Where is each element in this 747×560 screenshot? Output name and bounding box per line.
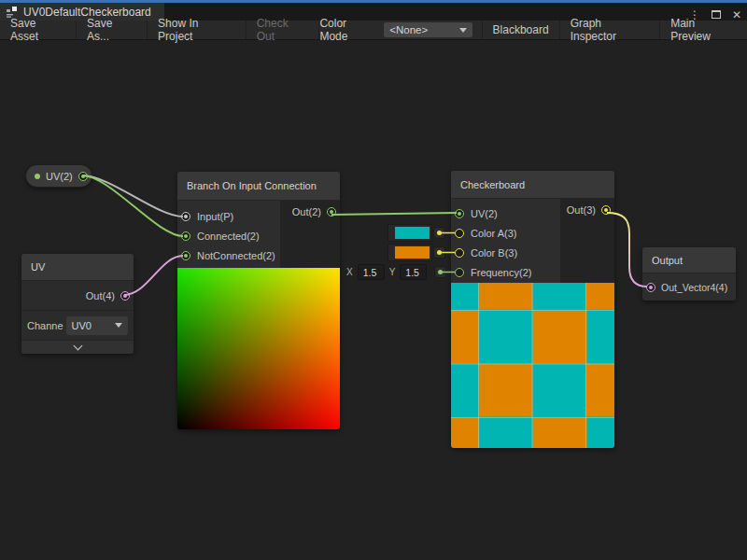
frequency-y-input[interactable]: 1.5 [400, 264, 427, 280]
output-vector4-port[interactable] [646, 283, 655, 292]
branch-input-column: Input(P) Connected(2) NotConnected(2) [177, 201, 280, 268]
checkerboard-frequency-port[interactable] [455, 268, 464, 277]
branch-notconnected-row: NotConnected(2) [177, 245, 280, 265]
uv-node-header[interactable]: UV [21, 254, 134, 281]
color-a-connector [433, 227, 445, 239]
uv-channel-dropdown[interactable]: UV0 [66, 316, 128, 335]
edge-uvpill-to-input[interactable] [82, 175, 183, 217]
checkerboard-node-header[interactable]: Checkerboard [451, 171, 614, 199]
output-input-row: Out_Vector4(4) [642, 273, 736, 301]
main-preview-toggle[interactable]: Main Preview [659, 21, 747, 39]
checkerboard-frequency-row: Frequency(2) [451, 262, 560, 282]
color-b-field[interactable] [388, 244, 432, 261]
branch-node-preview [177, 268, 340, 429]
graph-toolbar: Save Asset Save As... Show In Project Ch… [0, 21, 747, 40]
output-vector4-label: Out_Vector4(4) [661, 282, 727, 293]
color-mode-value: <None> [389, 24, 428, 35]
uv-channel-value: UV0 [72, 320, 92, 331]
uv-collapse-button[interactable] [21, 340, 134, 354]
checkerboard-out-label: Out(3) [567, 204, 596, 216]
uv-pill-input-dot [35, 174, 40, 179]
branch-out-port[interactable] [327, 207, 336, 217]
color-mode-dropdown[interactable]: <None> [384, 22, 472, 37]
uv-out-port[interactable] [120, 291, 130, 301]
checkerboard-input-column: UV(2) Color A(3) Color B(3) Frequency(2) [451, 199, 560, 283]
uv-out-label: Out(4) [86, 290, 115, 301]
checkerboard-uv-port[interactable] [455, 209, 464, 218]
color-mode-label: Color Mode [319, 17, 376, 43]
checkerboard-colorb-row: Color B(3) [451, 243, 560, 262]
show-in-project-button[interactable]: Show In Project [148, 21, 247, 39]
output-node[interactable]: Output Out_Vector4(4) [642, 247, 736, 301]
branch-connected-port[interactable] [181, 231, 190, 241]
branch-node-title: Branch On Input Connection [187, 180, 317, 191]
frequency-connector [434, 266, 446, 278]
color-mode-control: Color Mode <None> [319, 17, 481, 43]
branch-out-label: Out(2) [292, 206, 321, 217]
uv-node[interactable]: UV Out(4) Channe UV0 [21, 254, 134, 354]
save-as-button[interactable]: Save As... [77, 21, 148, 39]
branch-input-port[interactable] [181, 212, 190, 221]
checkerboard-node-title: Checkerboard [460, 179, 525, 190]
checkerboard-output-column: Out(3) [560, 199, 614, 283]
uv-channel-label: Channe [27, 320, 63, 331]
check-out-button: Check Out [247, 21, 320, 39]
checkerboard-frequency-label: Frequency(2) [471, 267, 531, 278]
chevron-down-icon [459, 28, 467, 33]
branch-notconnected-port[interactable] [181, 251, 190, 260]
save-asset-button[interactable]: Save Asset [0, 21, 77, 39]
chevron-down-icon [115, 323, 122, 328]
color-b-swatch[interactable] [395, 246, 430, 259]
frequency-y-label: Y [389, 267, 396, 277]
branch-node-body: Input(P) Connected(2) NotConnected(2) Ou… [177, 201, 340, 268]
output-node-title: Output [652, 255, 683, 266]
checkerboard-node-body: UV(2) Color A(3) Color B(3) Frequency(2)… [451, 199, 614, 283]
uv-pill-label: UV(2) [46, 171, 73, 182]
graph-inspector-toggle[interactable]: Graph Inspector [559, 21, 660, 39]
checkerboard-uv-row: UV(2) [451, 203, 560, 223]
color-b-connector [433, 246, 445, 259]
output-node-header[interactable]: Output [642, 247, 736, 273]
edge-branch-to-checkerboard[interactable] [331, 213, 457, 215]
checkerboard-out-port[interactable] [601, 205, 611, 215]
uv-pill-output-port[interactable] [78, 172, 88, 181]
checkerboard-colora-port[interactable] [455, 229, 464, 238]
frequency-x-label: X [346, 267, 353, 277]
uv-channel-row: Channe UV0 [21, 310, 134, 340]
checkerboard-colorb-port[interactable] [455, 248, 464, 258]
blackboard-toggle[interactable]: Blackboard [482, 21, 559, 39]
checkerboard-colora-row: Color A(3) [451, 223, 560, 243]
branch-input-label: Input(P) [197, 211, 233, 222]
edge-uvpill-to-connected[interactable] [82, 175, 183, 236]
branch-node-header[interactable]: Branch On Input Connection [177, 172, 340, 201]
checkerboard-colora-label: Color A(3) [471, 228, 517, 239]
frequency-x-input[interactable]: 1.5 [358, 264, 385, 280]
chevron-down-icon [73, 341, 82, 350]
uv-node-output-row: Out(4) [21, 281, 134, 310]
branch-connected-label: Connected(2) [197, 231, 260, 242]
shader-graph-window: UV0DefaultCheckerboard ⋮ ✕ Save Asset Sa… [0, 0, 747, 560]
frequency-field: X 1.5 Y 1.5 [346, 264, 427, 280]
branch-node[interactable]: Branch On Input Connection Input(P) Conn… [177, 172, 340, 429]
checkerboard-uv-label: UV(2) [471, 208, 498, 219]
checkerboard-colorb-label: Color B(3) [471, 247, 517, 259]
branch-connected-row: Connected(2) [177, 226, 280, 245]
branch-input-row: Input(P) [177, 206, 280, 226]
checkerboard-node-preview [451, 283, 614, 448]
checkerboard-node[interactable]: Checkerboard UV(2) Color A(3) Color B(3) [451, 171, 614, 448]
branch-output-column: Out(2) [280, 201, 340, 268]
color-b-connector-dot [437, 250, 442, 255]
frequency-connector-dot [438, 270, 443, 274]
branch-notconnected-label: NotConnected(2) [197, 250, 275, 261]
color-a-swatch[interactable] [395, 227, 430, 239]
uv-redirect-node[interactable]: UV(2) [25, 164, 92, 188]
color-a-connector-dot [437, 231, 442, 235]
uv-node-title: UV [31, 261, 45, 273]
color-a-field[interactable] [388, 224, 432, 242]
